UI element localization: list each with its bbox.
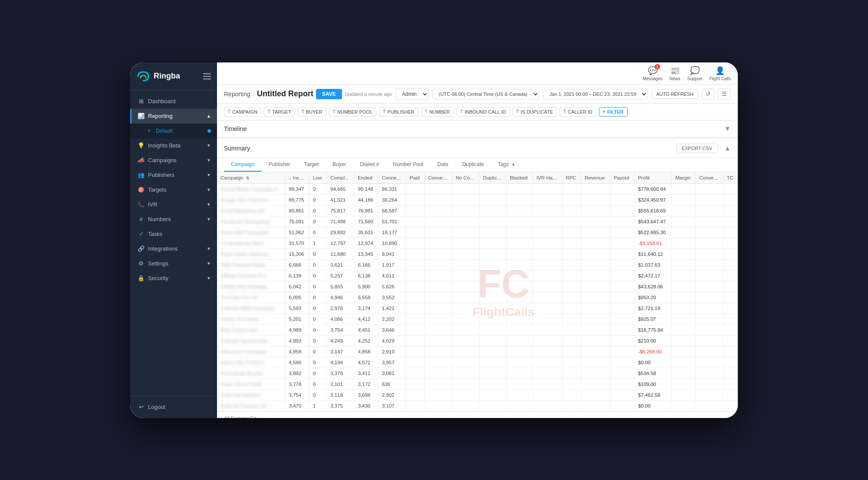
filter-number-pool[interactable]: T NUMBER POOL bbox=[329, 107, 376, 117]
tab-dialed[interactable]: Dialed # bbox=[353, 158, 386, 172]
tab-tags[interactable]: Tags ▼ bbox=[491, 158, 523, 172]
filter-buyer[interactable]: T BUYER bbox=[298, 107, 326, 117]
filter-number[interactable]: T NUMBER bbox=[421, 107, 454, 117]
sidebar-item-reporting[interactable]: 📊 Reporting ▲ bbox=[130, 109, 217, 124]
admin-select[interactable]: Admin bbox=[395, 88, 429, 100]
th-conv[interactable]: Conve... bbox=[424, 172, 452, 184]
th-revenue[interactable]: Revenue bbox=[581, 172, 610, 184]
th-margin[interactable]: Margin bbox=[671, 172, 695, 184]
table-cell bbox=[671, 183, 695, 194]
th-profit[interactable]: Profit bbox=[635, 172, 672, 184]
sidebar-item-targets[interactable]: 🎯 Targets ▼ bbox=[130, 183, 217, 197]
table-cell bbox=[610, 183, 635, 194]
date-range-select[interactable]: Jan 1, 2021 00:00 – DEC 23, 2021 23:59 bbox=[543, 89, 648, 99]
export-csv-button[interactable]: EXPORT CSV bbox=[676, 144, 718, 153]
add-filter-button[interactable]: + FILTER bbox=[599, 107, 628, 117]
tab-target[interactable]: Target bbox=[297, 158, 326, 172]
table-cell bbox=[533, 216, 562, 227]
table-cell bbox=[479, 183, 506, 194]
sidebar-item-numbers[interactable]: # Numbers ▼ bbox=[130, 212, 217, 227]
news-action[interactable]: 📰 News bbox=[669, 66, 680, 81]
th-paid[interactable]: Paid bbox=[406, 172, 424, 184]
table-cell bbox=[723, 303, 738, 313]
sidebar-item-dashboard[interactable]: ⊞ Dashboard bbox=[130, 94, 217, 109]
table-cell: 6,139 bbox=[285, 270, 309, 281]
table-cell: 0 bbox=[309, 303, 326, 313]
support-action[interactable]: 💭 Support bbox=[687, 66, 703, 81]
th-live[interactable]: Live bbox=[309, 172, 326, 184]
th-ended[interactable]: Ended bbox=[354, 172, 378, 184]
table-cell bbox=[533, 335, 562, 346]
th-payout[interactable]: Payout bbox=[610, 172, 635, 184]
table-cell: 89,775 bbox=[285, 194, 309, 205]
th-ivr[interactable]: IVR Ha... bbox=[533, 172, 562, 184]
filter-target[interactable]: T TARGET bbox=[264, 107, 295, 117]
table-cell bbox=[581, 194, 610, 205]
th-conve2[interactable]: Conve... bbox=[696, 172, 723, 184]
table-cell bbox=[696, 292, 723, 303]
table-cell bbox=[479, 379, 506, 389]
table-cell bbox=[696, 216, 723, 227]
messages-action[interactable]: 💬 1 Messages bbox=[643, 66, 663, 81]
tab-publisher[interactable]: Publisher bbox=[262, 158, 297, 172]
breadcrumb-parent[interactable]: Reporting bbox=[224, 91, 250, 98]
save-button[interactable]: SAVE bbox=[316, 89, 342, 99]
table-cell bbox=[424, 270, 452, 281]
filter-caller-id[interactable]: T CALLER ID bbox=[559, 107, 596, 117]
sidebar-item-logout[interactable]: ↩ Logout bbox=[130, 400, 217, 415]
th-tc[interactable]: TC bbox=[723, 172, 738, 184]
user-action[interactable]: 👤 Flight Calls bbox=[710, 66, 731, 81]
th-rpc[interactable]: RPC bbox=[562, 172, 581, 184]
settings-icon-button[interactable]: ☰ bbox=[718, 88, 731, 99]
table-cell bbox=[479, 227, 506, 238]
table-cell: Podcast Sponsorship bbox=[217, 335, 285, 346]
th-campaign[interactable]: Campaign ⇅ bbox=[217, 172, 285, 184]
filter-campaign[interactable]: T CAMPAIGN bbox=[224, 107, 261, 117]
tab-date[interactable]: Date bbox=[431, 158, 455, 172]
sidebar-item-integrations[interactable]: 🔗 Integrations ▼ bbox=[130, 242, 217, 256]
tab-campaign[interactable]: Campaign bbox=[224, 158, 262, 172]
tab-number-pool[interactable]: Number Pool bbox=[386, 158, 430, 172]
sidebar-item-security[interactable]: 🔒 Security ▼ bbox=[130, 271, 217, 286]
th-noco[interactable]: No Co... bbox=[452, 172, 479, 184]
table-cell: 3,957 bbox=[378, 357, 406, 368]
tab-buyer[interactable]: Buyer bbox=[326, 158, 353, 172]
th-conn[interactable]: Conne... bbox=[378, 172, 406, 184]
th-dupl[interactable]: Duplic... bbox=[479, 172, 506, 184]
sidebar-item-ivr[interactable]: 📞 IVR ▼ bbox=[130, 197, 217, 212]
sidebar-item-settings[interactable]: ⚙ Settings ▼ bbox=[130, 256, 217, 271]
table-cell bbox=[696, 238, 723, 248]
table-cell: 0 bbox=[309, 216, 326, 227]
table-cell: -$6,268.00 bbox=[635, 346, 672, 357]
th-inc[interactable]: ↓ Inc... bbox=[285, 172, 309, 184]
hamburger-menu[interactable] bbox=[203, 73, 211, 79]
tab-duplicate[interactable]: Duplicate bbox=[455, 158, 491, 172]
timeline-collapse-arrow[interactable]: ▼ bbox=[724, 125, 731, 133]
sidebar-item-campaigns[interactable]: 📣 Campaigns ▼ bbox=[130, 153, 217, 168]
table-cell bbox=[452, 183, 479, 194]
sidebar-item-default[interactable]: • Default bbox=[130, 124, 217, 138]
table-cell bbox=[424, 216, 452, 227]
table-cell bbox=[610, 205, 635, 216]
table-cell: 3,778 bbox=[285, 379, 309, 389]
table-cell bbox=[406, 368, 424, 379]
timezone-select[interactable]: (UTC-06:00) Central Time (US & Canada) bbox=[432, 89, 539, 99]
auto-refresh-button[interactable]: AUTO REFRESH bbox=[651, 89, 698, 99]
table-cell: 3,174 bbox=[354, 303, 378, 313]
table-cell bbox=[479, 313, 506, 324]
table-cell: 5,558 bbox=[354, 292, 378, 303]
th-compl[interactable]: Compl... bbox=[327, 172, 354, 184]
filter-publisher-label: PUBLISHER bbox=[387, 109, 414, 114]
filter-publisher[interactable]: T PUBLISHER bbox=[379, 107, 418, 117]
sidebar-item-insights[interactable]: 💡 Insights Beta ▼ bbox=[130, 138, 217, 153]
sidebar-item-publishers[interactable]: 👥 Publishers ▼ bbox=[130, 168, 217, 183]
refresh-icon-button[interactable]: ↺ bbox=[702, 88, 714, 99]
summary-collapse-arrow[interactable]: ▲ bbox=[724, 144, 731, 152]
filter-inbound-call-id[interactable]: T INBOUND CALL ID bbox=[457, 107, 510, 117]
table-cell bbox=[696, 248, 723, 259]
breadcrumb-sep: / bbox=[253, 91, 254, 97]
filter-is-duplicate[interactable]: T IS DUPLICATE bbox=[513, 107, 557, 117]
sidebar-item-tasks[interactable]: ✓ Tasks bbox=[130, 227, 217, 242]
table-cell bbox=[723, 238, 738, 248]
th-blocked[interactable]: Blocked bbox=[506, 172, 533, 184]
